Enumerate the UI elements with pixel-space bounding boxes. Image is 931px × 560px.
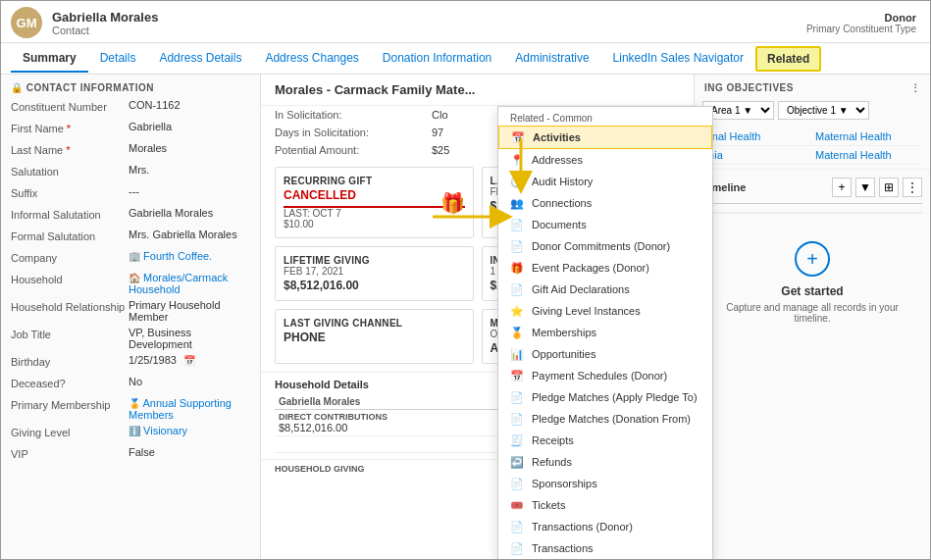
dropdown-item-donor-commitments[interactable]: 📄 Donor Commitments (Donor): [498, 235, 712, 257]
constituent-type: Primary Constituent Type: [806, 24, 916, 34]
field-formal-salutation: Formal Salutation Mrs. Gabriella Morales: [1, 227, 260, 248]
dropdown-item-refunds[interactable]: ↩️ Refunds: [498, 451, 712, 473]
avatar: GM: [11, 7, 42, 38]
in-solicitation-label: In Solicitation:: [275, 109, 432, 121]
objective-item: ernal Health Maternal Health: [702, 127, 922, 146]
constituent-number-value: CON-1162: [129, 99, 250, 111]
info-icon: ℹ️: [129, 426, 140, 436]
related-dropdown-menu[interactable]: Related - Common 📅 Activities 📍 Addresse…: [497, 106, 713, 559]
doc-icon-4: 📄: [510, 390, 524, 404]
tab-related[interactable]: Related: [755, 46, 821, 72]
get-started-title: Get started: [781, 284, 843, 298]
left-panel: 🔒 CONTACT INFORMATION Constituent Number…: [1, 75, 261, 559]
membership-icon: 🏅: [129, 398, 140, 409]
giving-level-link[interactable]: Visionary: [143, 425, 187, 436]
company-value: 🏢 Fourth Coffee.: [129, 250, 250, 262]
doc-icon-2: 📄: [510, 239, 524, 253]
dropdown-item-payment-schedules[interactable]: 📅 Payment Schedules (Donor): [498, 365, 712, 386]
objectives-list: ernal Health Maternal Health ania Matern…: [695, 124, 930, 169]
birthday-value: 1/25/1983 📅: [129, 354, 250, 366]
dropdown-item-opportunities[interactable]: 📊 Opportunities: [498, 343, 712, 365]
clock-icon: 🕐: [510, 175, 524, 188]
donor-type-section: Donor Primary Constituent Type: [806, 12, 916, 34]
household-link[interactable]: Morales/Carmack Household: [129, 272, 228, 295]
timeline-bar: [702, 212, 922, 214]
dropdown-item-connections[interactable]: 👥 Connections: [498, 192, 712, 214]
field-deceased: Deceased? No: [1, 374, 260, 395]
field-household: Household 🏠 Morales/Carmack Household: [1, 270, 260, 297]
potential-value: $25: [432, 144, 449, 156]
tab-linkedin[interactable]: LinkedIn Sales Navigator: [601, 45, 755, 73]
field-job-title: Job Title VP, Business Development: [1, 325, 260, 352]
calendar-icon: 📅: [183, 355, 195, 366]
objectives-title: ING OBJECTIVES ⋮: [695, 75, 930, 97]
informal-salutation-value: Gabriella Morales: [129, 207, 250, 219]
first-name-value: Gabriella: [129, 121, 250, 132]
calendar-icon: 📅: [511, 130, 525, 144]
dropdown-item-gift-aid[interactable]: 📄 Gift Aid Declarations: [498, 279, 712, 300]
job-title-value: VP, Business Development: [129, 327, 250, 350]
dropdown-item-transactions[interactable]: 📄 Transactions: [498, 537, 712, 559]
dropdown-item-tickets[interactable]: 🎟️ Tickets: [498, 494, 712, 516]
household-col1-header: Gabriella Morales: [275, 394, 535, 410]
grid-timeline-button[interactable]: ⊞: [879, 178, 899, 197]
salutation-value: Mrs.: [129, 164, 250, 176]
solicitation-title: Morales - Carmack Family Mate...: [261, 75, 694, 106]
timeline-divider: [702, 203, 922, 204]
badge-icon: 🏅: [510, 326, 524, 339]
doc-icon-5: 📄: [510, 412, 524, 426]
objective-select[interactable]: Objective 1 ▼: [778, 101, 869, 120]
company-link[interactable]: Fourth Coffee.: [143, 250, 212, 262]
lifetime-giving-card: LIFETIME GIVING FEB 17, 2021 $8,512,016.…: [275, 246, 474, 301]
dropdown-item-activities[interactable]: 📅 Activities: [498, 126, 712, 149]
vip-value: False: [129, 446, 250, 458]
doc-icon: 📄: [510, 218, 524, 231]
field-last-name: Last Name * Morales: [1, 140, 260, 162]
dropdown-item-event-packages[interactable]: 🎁 Event Packages (Donor): [498, 257, 712, 279]
dropdown-item-pledge-matches-apply[interactable]: 📄 Pledge Matches (Apply Pledge To): [498, 386, 712, 408]
primary-membership-value: 🏅 Annual Supporting Members: [129, 397, 250, 421]
tab-summary[interactable]: Summary: [11, 45, 88, 73]
dropdown-item-giving-level[interactable]: ⭐ Giving Level Instances: [498, 300, 712, 322]
field-salutation: Salutation Mrs.: [1, 162, 260, 183]
filter-timeline-button[interactable]: ▼: [855, 178, 875, 197]
dropdown-item-addresses[interactable]: 📍 Addresses: [498, 149, 712, 171]
field-first-name: First Name * Gabriella: [1, 119, 260, 140]
timeline-header: Timeline + ▼ ⊞ ⋮: [702, 178, 922, 197]
more-options-icon[interactable]: ⋮: [910, 82, 921, 93]
recurring-gift-card: RECURRING GIFT CANCELLED LAST: OCT 7 $10…: [275, 167, 474, 238]
deceased-value: No: [129, 376, 250, 387]
timeline-controls: + ▼ ⊞ ⋮: [832, 178, 922, 197]
in-solicitation-value: Clo: [432, 109, 448, 121]
giving-level-value: ℹ️ Visionary: [129, 425, 250, 436]
timeline-plus-icon[interactable]: +: [795, 241, 830, 277]
dropdown-item-pledge-matches-donation[interactable]: 📄 Pledge Matches (Donation From): [498, 408, 712, 430]
tab-address-changes[interactable]: Address Changes: [253, 45, 370, 73]
tab-details[interactable]: Details: [88, 45, 148, 73]
nav-tabs: Summary Details Address Details Address …: [1, 43, 930, 75]
ticket-icon: 🎟️: [510, 498, 524, 512]
days-value: 97: [432, 127, 443, 138]
dropdown-item-sponsorships[interactable]: 📄 Sponsorships: [498, 473, 712, 494]
tab-address-details[interactable]: Address Details: [147, 45, 253, 73]
dropdown-item-receipts[interactable]: 🧾 Receipts: [498, 430, 712, 451]
add-timeline-button[interactable]: +: [832, 178, 852, 197]
dropdown-item-transactions-donor[interactable]: 📄 Transactions (Donor): [498, 516, 712, 537]
dropdown-item-memberships[interactable]: 🏅 Memberships: [498, 322, 712, 343]
star-icon: ⭐: [510, 304, 524, 318]
tab-donation-information[interactable]: Donation Information: [371, 45, 503, 73]
dropdown-item-audit-history[interactable]: 🕐 Audit History: [498, 171, 712, 192]
timeline-empty-state: + Get started Capture and manage all rec…: [702, 222, 922, 343]
lock-icon: 🔒: [11, 82, 24, 93]
last-channel-card: LAST GIVING CHANNEL PHONE: [275, 309, 474, 364]
more-timeline-button[interactable]: ⋮: [903, 178, 922, 197]
calendar-icon-2: 📅: [510, 369, 524, 382]
doc-icon-6: 📄: [510, 520, 524, 534]
dropdown-item-documents[interactable]: 📄 Documents: [498, 214, 712, 235]
related-common-section-label: Related - Common: [498, 107, 712, 126]
field-suffix: Suffix ---: [1, 183, 260, 205]
membership-link[interactable]: Annual Supporting Members: [129, 397, 232, 421]
main-content: 🔒 CONTACT INFORMATION Constituent Number…: [1, 75, 930, 559]
objectives-controls: Area 1 ▼ Objective 1 ▼: [695, 97, 930, 124]
tab-administrative[interactable]: Administrative: [503, 45, 600, 73]
